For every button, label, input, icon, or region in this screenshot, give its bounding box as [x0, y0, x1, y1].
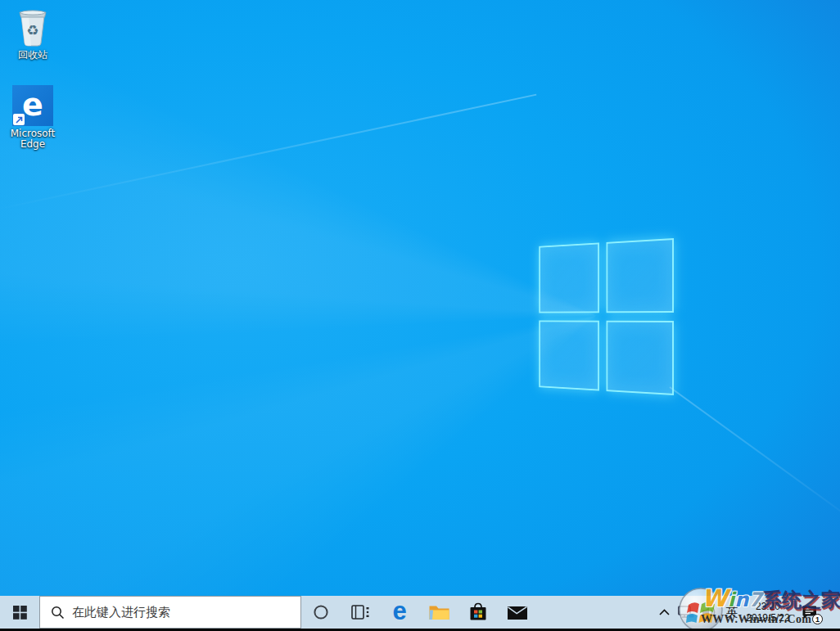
- wallpaper-ray: [0, 94, 536, 211]
- logo-pane: [607, 238, 674, 313]
- hidden-icons-button[interactable]: [653, 596, 675, 629]
- logo-pane: [539, 242, 599, 313]
- shortcut-arrow-icon: [13, 114, 25, 125]
- desktop-icon-recycle-bin[interactable]: ♻ 回收站: [6, 7, 60, 61]
- mail-icon: [507, 605, 528, 620]
- tray-clock[interactable]: 23:20 2019/5/22: [743, 596, 793, 629]
- wallpaper-light-beams: [0, 0, 840, 631]
- folder-icon: [428, 603, 450, 621]
- desktop: ♻ 回收站 e Microsoft Edge: [0, 0, 840, 631]
- file-explorer-button[interactable]: [419, 596, 458, 629]
- svg-text:♻: ♻: [26, 22, 38, 38]
- chevron-up-icon: [659, 609, 670, 615]
- windows-start-icon: [13, 606, 27, 620]
- network-icon: [678, 605, 694, 620]
- edge-taskbar-button[interactable]: e: [380, 596, 419, 629]
- edge-icon: e: [392, 598, 406, 624]
- action-center-button[interactable]: 1: [793, 596, 825, 629]
- mail-button[interactable]: [498, 596, 537, 629]
- volume-tray-button[interactable]: [698, 596, 720, 629]
- search-icon: [51, 606, 65, 620]
- clock-time: 23:20: [743, 601, 793, 612]
- clock-date: 2019/5/22: [743, 612, 793, 624]
- network-tray-button[interactable]: [675, 596, 698, 629]
- search-input[interactable]: [72, 605, 269, 620]
- wallpaper: [0, 0, 840, 631]
- desktop-icon-label: 回收站: [6, 50, 60, 61]
- desktop-icon-label: Microsoft Edge: [6, 128, 60, 150]
- notification-badge: 1: [812, 614, 823, 624]
- wallpaper-windows-logo: [539, 238, 674, 395]
- recycle-bin-icon: ♻: [16, 8, 50, 47]
- logo-pane: [539, 320, 599, 390]
- cortana-button[interactable]: [301, 596, 341, 629]
- system-tray: 英 23:20 2019/5/22 1: [653, 596, 840, 629]
- task-view-button[interactable]: [341, 596, 380, 629]
- ime-indicator[interactable]: 英: [720, 596, 743, 629]
- start-button[interactable]: [0, 596, 39, 629]
- edge-tile: e: [12, 85, 53, 126]
- search-box[interactable]: [39, 596, 301, 629]
- task-view-icon: [350, 604, 370, 620]
- logo-pane: [607, 321, 674, 395]
- desktop-icon-microsoft-edge[interactable]: e Microsoft Edge: [6, 85, 60, 150]
- cortana-icon: [313, 604, 329, 620]
- wallpaper-ray: [669, 386, 840, 532]
- store-icon: [468, 602, 488, 622]
- volume-icon: [702, 606, 717, 619]
- microsoft-store-button[interactable]: [458, 596, 498, 629]
- edge-icon: e: [22, 89, 43, 120]
- taskbar: e: [0, 596, 840, 629]
